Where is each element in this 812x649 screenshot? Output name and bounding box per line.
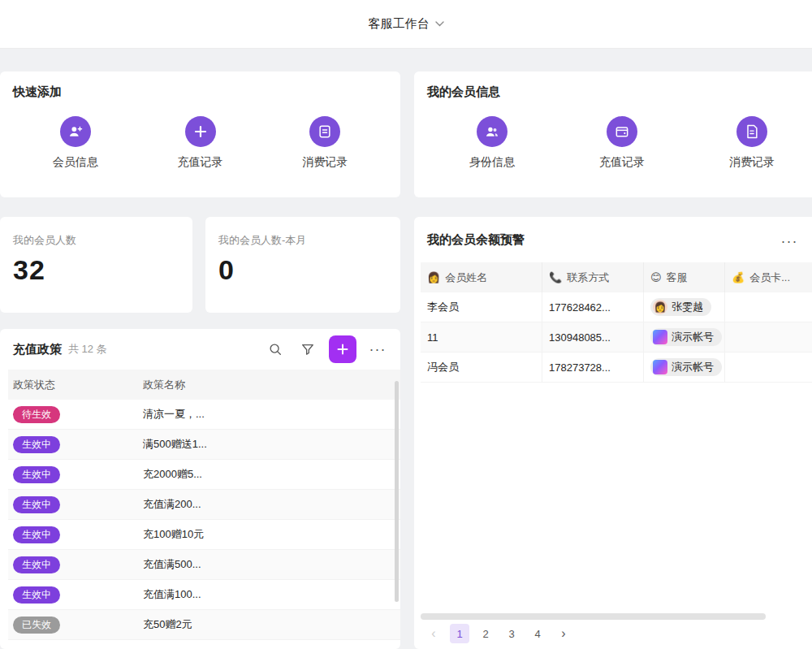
page-button-4[interactable]: 4 <box>528 624 547 643</box>
app-header: 客服工作台 <box>0 0 812 49</box>
agent-name: 张雯越 <box>672 300 703 314</box>
person-add-icon <box>60 116 91 147</box>
column-header-contact: 📞 联系方式 <box>542 262 644 292</box>
money-bag-icon: 💰 <box>732 271 745 283</box>
member-name: 11 <box>421 322 542 352</box>
agent-chip: 演示帐号 <box>650 358 722 376</box>
table-row[interactable]: 11 130948085... 演示帐号 0 <box>421 322 812 353</box>
balance-warning-card: 我的会员余额预警 ··· 👩 会员姓名 📞 联系方式 😊 客服 <box>414 217 812 649</box>
status-badge: 生效中 <box>13 466 60 483</box>
more-button[interactable]: ··· <box>778 230 801 253</box>
table-row[interactable]: 生效中 满500赠送1... <box>8 430 400 460</box>
table-row[interactable]: 生效中 充值满100... <box>8 580 400 610</box>
plus-icon <box>185 116 216 147</box>
policy-name: 充值满100... <box>138 587 400 602</box>
smiley-icon: 😊 <box>650 271 662 283</box>
member-info-card: 我的会员信息 身份信息 充值记录 <box>414 71 812 197</box>
stat-value: 0 <box>218 254 387 286</box>
column-label: 会员卡... <box>749 270 790 285</box>
table-header: 👩 会员姓名 📞 联系方式 😊 客服 💰 会员卡... <box>421 262 812 292</box>
page-button-2[interactable]: 2 <box>476 624 495 643</box>
table-row[interactable]: 冯会员 178273728... 演示帐号 0 <box>421 353 812 383</box>
status-badge: 已失效 <box>13 617 60 634</box>
wallet-icon <box>607 116 637 147</box>
member-phone: 177628462... <box>542 292 644 322</box>
page-button-1[interactable]: 1 <box>450 624 469 643</box>
column-header-card-balance: 💰 会员卡... <box>725 262 812 292</box>
action-consume-record[interactable]: 消费记录 <box>262 116 387 170</box>
table-body: 李会员 177628462... 👩 张雯越 0 11 130948085... <box>421 292 812 383</box>
member-phone: 178273728... <box>542 353 644 382</box>
demo-account-logo-icon <box>653 330 667 344</box>
balance-warning-header: 我的会员余额预警 <box>414 217 812 262</box>
member-icon: 👩 <box>427 271 440 283</box>
member-info-actions: 身份信息 充值记录 消费记录 <box>427 116 812 170</box>
plus-icon <box>336 343 349 356</box>
stat-label: 我的会员人数-本月 <box>218 233 387 248</box>
horizontal-scrollbar[interactable] <box>421 613 812 620</box>
action-consume-record[interactable]: 消费记录 <box>687 116 812 170</box>
action-recharge-record[interactable]: 充值记录 <box>557 116 687 170</box>
policy-name: 充值满200... <box>138 497 400 512</box>
page-button-3[interactable]: 3 <box>502 624 521 643</box>
action-label: 充值记录 <box>599 155 645 170</box>
action-label: 会员信息 <box>53 155 98 170</box>
member-balance: 0 <box>725 353 812 382</box>
table-row[interactable]: 生效中 充值满500... <box>8 550 400 580</box>
search-button[interactable] <box>264 338 287 361</box>
action-member-info[interactable]: 会员信息 <box>13 116 138 170</box>
table-row[interactable]: 生效中 充2000赠5... <box>8 460 400 490</box>
recharge-policy-card: 充值政策 共 12 条 ··· 政策状态 政策名称 待生效 <box>0 329 400 649</box>
policy-name: 满500赠送1... <box>138 437 400 452</box>
more-button[interactable]: ··· <box>366 338 389 361</box>
scrollbar-thumb[interactable] <box>421 613 766 620</box>
filter-icon <box>300 342 315 357</box>
policy-name: 充2000赠5... <box>138 467 400 482</box>
dashboard: 客服工作台 快速添加 会员信息 充值记录 <box>0 0 812 649</box>
action-recharge-record[interactable]: 充值记录 <box>138 116 263 170</box>
ellipsis-icon: ··· <box>369 342 387 357</box>
quick-add-actions: 会员信息 充值记录 消费记录 <box>13 116 387 170</box>
member-name: 李会员 <box>421 292 542 322</box>
table-row[interactable]: 生效中 充100赠10元 <box>8 520 400 550</box>
table-row[interactable]: 生效中 充值满200... <box>8 490 400 520</box>
table-row[interactable]: 已失效 充50赠2元 <box>8 610 400 640</box>
table-body: 待生效 清凉一夏，... 生效中 满500赠送1... 生效中 充2000赠5.… <box>8 400 400 640</box>
action-identity-info[interactable]: 身份信息 <box>427 116 557 170</box>
receipt-icon <box>309 116 340 147</box>
add-policy-button[interactable] <box>329 335 356 363</box>
column-label: 联系方式 <box>567 270 609 285</box>
stat-label: 我的会员人数 <box>13 233 179 248</box>
action-label: 充值记录 <box>178 155 223 170</box>
action-label: 身份信息 <box>469 155 515 170</box>
column-header-status: 政策状态 <box>8 378 138 392</box>
card-title: 我的会员信息 <box>427 84 812 100</box>
vertical-scrollbar[interactable] <box>395 381 399 602</box>
agent-name: 演示帐号 <box>672 360 714 374</box>
table-row[interactable]: 李会员 177628462... 👩 张雯越 0 <box>421 292 812 322</box>
column-header-agent: 😊 客服 <box>644 262 725 292</box>
demo-account-logo-icon <box>653 360 667 374</box>
document-icon <box>736 116 767 147</box>
recharge-policy-header: 充值政策 共 12 条 ··· <box>0 329 400 370</box>
member-name: 冯会员 <box>421 353 542 382</box>
policy-name: 充值满500... <box>138 557 400 572</box>
people-icon <box>477 116 508 147</box>
action-label: 消费记录 <box>729 155 775 170</box>
phone-icon: 📞 <box>549 271 562 283</box>
status-badge: 生效中 <box>13 526 60 543</box>
balance-table: 👩 会员姓名 📞 联系方式 😊 客服 💰 会员卡... 李会 <box>421 262 812 383</box>
status-badge: 生效中 <box>13 496 60 513</box>
prev-page-button[interactable]: ‹ <box>424 624 443 643</box>
workspace-switcher[interactable]: 客服工作台 <box>369 16 444 32</box>
record-count: 共 12 条 <box>68 342 107 357</box>
next-page-button[interactable]: › <box>554 624 573 643</box>
column-header-name: 政策名称 <box>138 378 400 392</box>
chevron-down-icon <box>435 21 444 27</box>
table-row[interactable]: 待生效 清凉一夏，... <box>8 400 400 430</box>
column-header-member-name: 👩 会员姓名 <box>421 262 542 292</box>
stat-card-member-count: 我的会员人数 32 <box>0 217 192 313</box>
action-label: 消费记录 <box>302 155 348 170</box>
filter-button[interactable] <box>296 338 319 361</box>
pagination: ‹ 1 2 3 4 › <box>424 623 573 644</box>
